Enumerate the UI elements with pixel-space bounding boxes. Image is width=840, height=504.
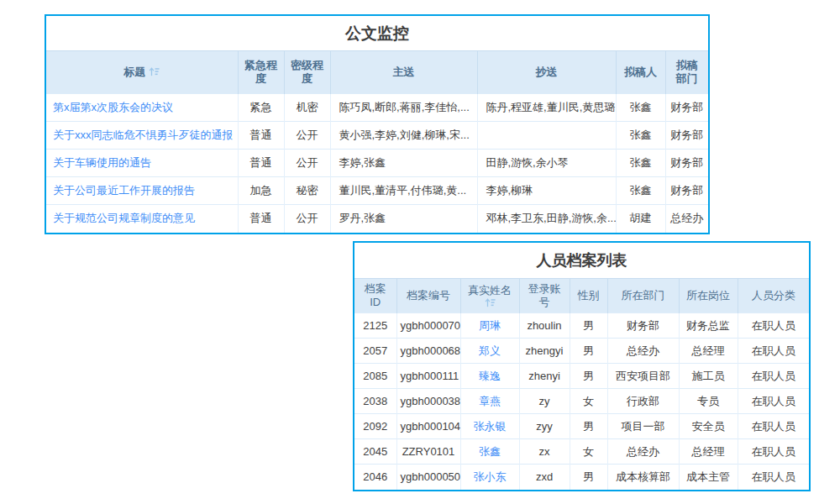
cell-post: 成本主管	[679, 465, 738, 490]
doc-monitor-table: 标题紧急程度密级程度主送抄送拟稿人拟稿部门 第x届第x次股东会的决议紧急机密陈巧…	[46, 50, 708, 233]
column-header-dept: 所在部门	[607, 279, 679, 313]
cell-main_send: 黄小强,李婷,刘健,柳琳,宋...	[330, 122, 477, 150]
cell-draft_dept: 总经办	[665, 205, 708, 233]
column-header-gender: 性别	[570, 279, 607, 313]
cell-dept: 行政部	[607, 389, 679, 414]
column-header-drafter: 拟稿人	[616, 51, 665, 94]
cell-main_send: 李婷,张鑫	[330, 150, 477, 177]
cell-title[interactable]: 关于规范公司规章制度的意见	[46, 205, 238, 233]
cell-account: zy	[519, 389, 570, 414]
cell-name[interactable]: 张小东	[460, 465, 519, 490]
cell-account: zx	[519, 439, 570, 465]
column-header-id: 档案ID	[354, 279, 396, 313]
column-header-main_send: 主送	[330, 51, 477, 94]
column-header-label: 所在岗位	[686, 289, 730, 302]
cell-draft_dept: 财务部	[665, 150, 708, 177]
column-header-draft_dept: 拟稿部门	[665, 51, 708, 94]
column-header-label: 登录账号	[528, 282, 561, 308]
cell-urgency: 普通	[238, 150, 284, 177]
cell-urgency: 普通	[238, 205, 284, 233]
cell-main_send: 罗丹,张鑫	[330, 205, 477, 233]
column-header-label: 档案编号	[407, 289, 450, 302]
cell-urgency: 紧急	[238, 94, 284, 122]
cell-post: 总经理	[679, 439, 738, 465]
cell-name[interactable]: 周琳	[460, 313, 519, 339]
cell-account: zxd	[519, 465, 570, 490]
cell-title[interactable]: 第x届第x次股东会的决议	[46, 94, 238, 122]
cell-main_send: 陈巧凤,断郎,蒋丽,李佳怡,...	[330, 94, 477, 122]
column-header-label: 紧急程度	[244, 59, 277, 85]
cell-id: 2045	[354, 439, 396, 465]
cell-code: ygbh000111	[396, 364, 460, 389]
cell-dept: 项目一部	[607, 414, 679, 439]
cell-drafter: 张鑫	[616, 122, 665, 150]
cell-cc: 陈丹,程亚雄,董川民,黄思璐...	[477, 94, 616, 122]
cell-drafter: 胡建	[616, 205, 665, 233]
cell-account: zhenyi	[519, 364, 570, 389]
cell-id: 2046	[354, 465, 396, 490]
cell-urgency: 加急	[238, 177, 284, 205]
cell-main_send: 董川民,董清平,付伟璐,黄...	[330, 177, 477, 205]
table-row: 关于车辆使用的通告普通公开李婷,张鑫田静,游恢,余小琴张鑫财务部	[46, 150, 708, 177]
cell-dept: 西安项目部	[607, 364, 679, 389]
column-header-secrecy: 密级程度	[284, 51, 330, 94]
cell-gender: 女	[570, 439, 607, 465]
column-header-label: 拟稿部门	[676, 59, 698, 85]
sort-icon[interactable]	[149, 67, 160, 76]
table-row: 2046ygbh000050张小东zxd男成本核算部成本主管在职人员	[354, 465, 809, 490]
cell-title[interactable]: 关于xxx同志临危不惧勇斗歹徒的通报	[46, 122, 238, 150]
doc-monitor-body: 第x届第x次股东会的决议紧急机密陈巧凤,断郎,蒋丽,李佳怡,...陈丹,程亚雄,…	[46, 94, 708, 233]
cell-id: 2092	[354, 414, 396, 439]
cell-account: zyy	[519, 414, 570, 439]
cell-drafter: 张鑫	[616, 177, 665, 205]
cell-category: 在职人员	[738, 439, 809, 465]
cell-post: 财务总监	[679, 313, 738, 339]
column-header-name[interactable]: 真实姓名	[460, 279, 519, 313]
cell-secrecy: 公开	[284, 205, 330, 233]
cell-id: 2125	[354, 313, 396, 339]
cell-cc: 李婷,柳琳	[477, 177, 616, 205]
cell-dept: 总经办	[607, 439, 679, 465]
cell-category: 在职人员	[738, 389, 809, 414]
column-header-label: 主送	[393, 66, 415, 78]
cell-account: zhengyi	[519, 339, 570, 364]
dashboard-canvas: 公文监控 标题紧急程度密级程度主送抄送拟稿人拟稿部门 第x届第x次股东会的决议紧…	[0, 0, 840, 504]
cell-name[interactable]: 章燕	[460, 389, 519, 414]
cell-category: 在职人员	[738, 339, 809, 364]
column-header-label: 所在部门	[622, 289, 665, 302]
cell-category: 在职人员	[738, 313, 809, 339]
cell-id: 2038	[354, 389, 396, 414]
column-header-title[interactable]: 标题	[46, 51, 238, 94]
cell-post: 施工员	[679, 364, 738, 389]
personnel-header: 档案ID档案编号真实姓名登录账号性别所在部门所在岗位人员分类	[354, 279, 809, 313]
column-header-label: 档案ID	[365, 282, 386, 308]
column-header-label: 性别	[578, 289, 600, 302]
table-row: 关于规范公司规章制度的意见普通公开罗丹,张鑫邓林,李卫东,田静,游恢,余...胡…	[46, 205, 708, 233]
personnel-title: 人员档案列表	[354, 243, 809, 278]
table-row: 2057ygbh000068郑义zhengyi男总经办总经理在职人员	[354, 339, 809, 364]
column-header-urgency: 紧急程度	[238, 51, 284, 94]
cell-name[interactable]: 张永银	[460, 414, 519, 439]
cell-category: 在职人员	[738, 414, 809, 439]
cell-urgency: 普通	[238, 122, 284, 150]
cell-gender: 男	[570, 414, 607, 439]
cell-secrecy: 机密	[284, 94, 330, 122]
cell-post: 安全员	[679, 414, 738, 439]
cell-title[interactable]: 关于公司最近工作开展的报告	[46, 177, 238, 205]
cell-code: ygbh000038	[396, 389, 460, 414]
doc-monitor-title: 公文监控	[46, 16, 708, 50]
sort-icon[interactable]	[466, 298, 514, 307]
cell-draft_dept: 财务部	[665, 94, 708, 122]
personnel-table: 档案ID档案编号真实姓名登录账号性别所在部门所在岗位人员分类 2125ygbh0…	[354, 278, 809, 490]
cell-name[interactable]: 郑义	[460, 339, 519, 364]
column-header-label: 标题	[123, 66, 145, 78]
cell-name[interactable]: 张鑫	[460, 439, 519, 465]
cell-drafter: 张鑫	[616, 150, 665, 177]
cell-name[interactable]: 臻逸	[460, 364, 519, 389]
table-row: 关于公司最近工作开展的报告加急秘密董川民,董清平,付伟璐,黄...李婷,柳琳张鑫…	[46, 177, 708, 205]
table-row: 2045ZZRY0101张鑫zx女总经办总经理在职人员	[354, 439, 809, 465]
cell-id: 2085	[354, 364, 396, 389]
cell-code: ygbh000068	[396, 339, 460, 364]
cell-title[interactable]: 关于车辆使用的通告	[46, 150, 238, 177]
column-header-label: 人员分类	[752, 289, 795, 302]
